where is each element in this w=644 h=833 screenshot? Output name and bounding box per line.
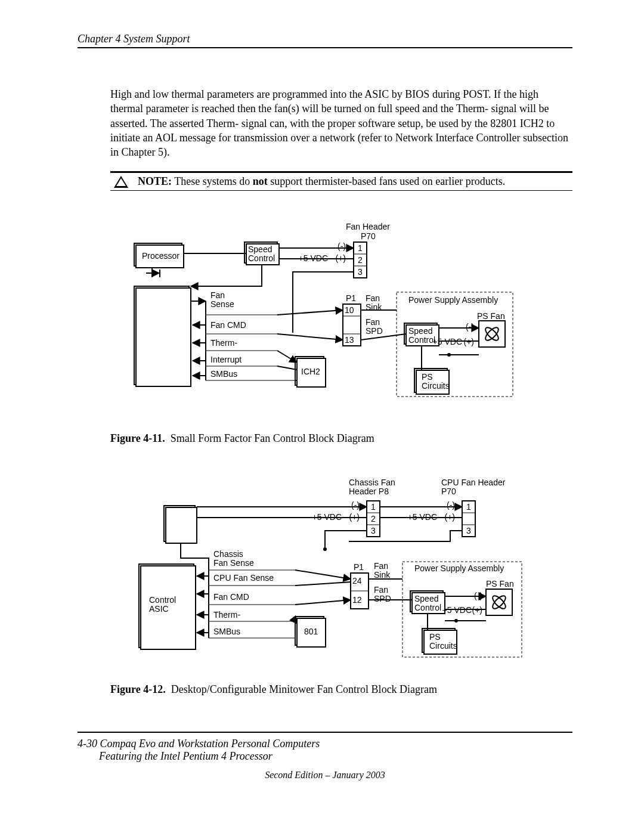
label-ps-speed-control: SpeedControl [408, 326, 435, 345]
svg-rect-38 [479, 321, 505, 347]
diagram-dt-cmt-fan-control: Chassis FanHeader P8 CPU Fan HeaderP70 1… [116, 475, 534, 659]
label-fan-sense: FanSense [210, 290, 234, 309]
svg-rect-56 [166, 507, 197, 543]
label-smbus-2: SMBus [213, 627, 240, 636]
caution-icon [114, 176, 128, 188]
svg-line-34 [277, 334, 343, 340]
label-cpu-header: CPU Fan HeaderP70 [441, 478, 506, 496]
svg-line-78 [295, 570, 351, 579]
label-therm: Therm- [210, 338, 237, 348]
pin-12: 12 [352, 595, 362, 605]
label-therm-2: Therm- [213, 610, 240, 620]
label-cpu-fan-sense: CPU Fan Sense [213, 573, 274, 583]
pin-13: 13 [345, 335, 354, 345]
svg-rect-14 [136, 288, 191, 386]
pin-p70-1: 1 [358, 243, 363, 253]
label-ps-fan-2: PS Fan [486, 579, 514, 589]
svg-point-61 [323, 547, 327, 551]
label-fan-spd-2: FanSPD [374, 585, 391, 603]
pin-p70b-3: 3 [466, 526, 471, 535]
pin-p8-2: 2 [371, 514, 376, 524]
label-fan-cmd-2: Fan CMD [213, 592, 249, 602]
diagram-sff-fan-control: Fan Header P70 SpeedControl Processor 1 … [116, 221, 516, 400]
label-chassis-header: Chassis FanHeader P8 [349, 478, 395, 496]
label-fan-spd: FanSPD [366, 317, 383, 336]
label-fan-cmd: Fan CMD [210, 320, 246, 330]
label-minus-1: (-) [338, 241, 346, 251]
pin-p8-1: 1 [371, 502, 376, 512]
figure-caption-2: Figure 4-12. Desktop/Configurable Minito… [110, 683, 572, 696]
label-fan-sink: FanSink [366, 293, 382, 312]
label-speed-control: SpeedControl [248, 244, 275, 263]
svg-line-80 [295, 600, 351, 605]
svg-line-33 [277, 310, 343, 315]
svg-line-28 [277, 366, 297, 370]
label-chassis-fan-sense: ChassisFan Sense [213, 549, 254, 568]
label-interrupt: Interrupt [210, 355, 242, 364]
note-box: NOTE: These systems do not support therm… [110, 171, 572, 191]
label-p1: P1 [346, 293, 356, 303]
label-p1-2: P1 [354, 562, 364, 572]
note-text: NOTE: These systems do not support therm… [138, 175, 505, 188]
label-minus-p8: (-) [351, 500, 360, 510]
pin-p8-3: 3 [371, 526, 376, 535]
pin-p70-3: 3 [358, 267, 363, 277]
label-ps-fan: PS Fan [477, 311, 505, 321]
label-minus-p70b: (-) [447, 500, 455, 510]
label-801: 801 [304, 627, 318, 636]
label-ps-assembly: Power Supply Assembly [408, 295, 498, 305]
pin-24: 24 [352, 576, 362, 586]
svg-line-27 [277, 351, 297, 363]
svg-line-79 [295, 582, 351, 586]
pin-10: 10 [345, 305, 354, 315]
page-footer: 4-30 Compaq Evo and Workstation Personal… [78, 738, 572, 781]
page-number: 4-30 [78, 738, 97, 750]
label-p70: P70 [361, 231, 376, 241]
label-ps-assembly-2: Power Supply Assembly [414, 563, 504, 573]
label-fan-sink-2: FanSink [374, 561, 391, 580]
figure-caption-1: Figure 4-11. Small Form Factor Fan Contr… [110, 432, 572, 445]
label-ps-speed-2: SpeedControl [414, 594, 441, 612]
svg-rect-84 [486, 589, 512, 615]
pin-p70b-1: 1 [466, 502, 471, 512]
pin-p70-2: 2 [358, 255, 363, 265]
label-ich2: ICH2 [301, 367, 320, 376]
chapter-header: Chapter 4 System Support [78, 33, 572, 48]
label-processor: Processor [142, 251, 179, 261]
label-minus-2: (-) [466, 322, 474, 332]
label-smbus: SMBus [210, 369, 237, 379]
label-fan-header: Fan Header [346, 222, 390, 231]
body-paragraph: High and low thermal parameters are prog… [110, 87, 572, 159]
